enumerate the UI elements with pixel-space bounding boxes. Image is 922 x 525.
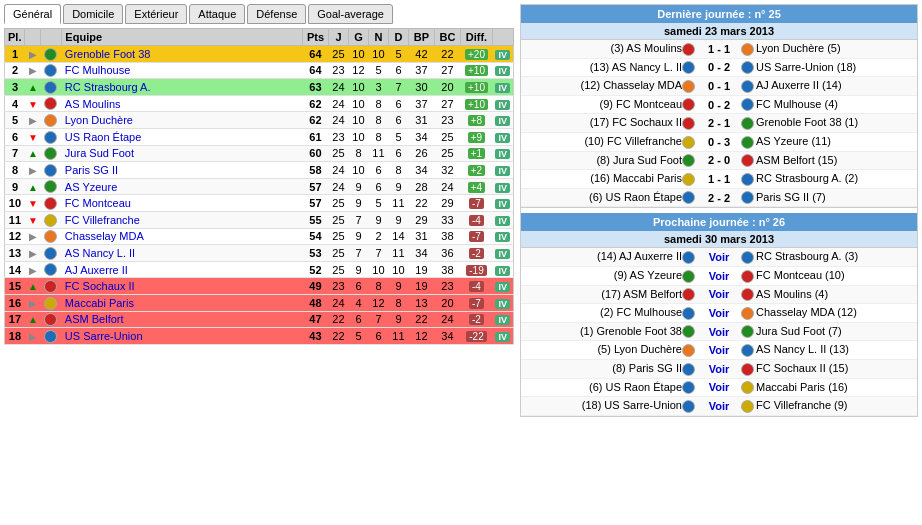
match-score: 2 - 0 <box>701 154 737 166</box>
n-cell: 11 <box>368 145 388 162</box>
badge-cell: IV <box>492 294 513 311</box>
badge-cell: IV <box>492 178 513 195</box>
bp-cell: 34 <box>408 162 434 179</box>
arrow-cell: ▲ <box>25 278 41 295</box>
pts-cell: 60 <box>302 145 328 162</box>
tab-domicile[interactable]: Domicile <box>63 4 123 24</box>
match-score: 0 - 1 <box>701 80 737 92</box>
rank-cell: 16 <box>5 294 25 311</box>
bp-cell: 31 <box>408 228 434 245</box>
team-name-cell[interactable]: Maccabi Paris <box>62 294 303 311</box>
badge-cell: IV <box>492 62 513 79</box>
match-score[interactable]: Voir <box>701 288 737 300</box>
d-cell: 6 <box>388 62 408 79</box>
match-score[interactable]: Voir <box>701 251 737 263</box>
rank-cell: 11 <box>5 211 25 228</box>
team-name-cell[interactable]: FC Montceau <box>62 195 303 212</box>
team-name-cell[interactable]: RC Strasbourg A. <box>62 79 303 96</box>
team-name-cell[interactable]: AS Nancy L. II <box>62 245 303 262</box>
bp-cell: 37 <box>408 62 434 79</box>
team-name-cell[interactable]: Lyon Duchère <box>62 112 303 129</box>
team-name-cell[interactable]: Jura Sud Foot <box>62 145 303 162</box>
badge-cell: IV <box>492 311 513 328</box>
badge-cell: IV <box>492 79 513 96</box>
rank-cell: 18 <box>5 328 25 345</box>
home-team-icon <box>682 344 695 357</box>
home-team-icon <box>682 173 695 186</box>
bp-cell: 19 <box>408 261 434 278</box>
match-score[interactable]: Voir <box>701 400 737 412</box>
g-cell: 6 <box>348 278 368 295</box>
n-cell: 8 <box>368 128 388 145</box>
table-row: 13 ▶ AS Nancy L. II 53 25 7 7 11 34 36 -… <box>5 245 514 262</box>
match-row: (16) Maccabi Paris1 - 1RC Strasbourg A. … <box>521 170 917 189</box>
g-cell: 8 <box>348 145 368 162</box>
tab-attaque[interactable]: Attaque <box>189 4 245 24</box>
bp-cell: 22 <box>408 195 434 212</box>
team-name-cell[interactable]: Grenoble Foot 38 <box>62 46 303 63</box>
arrow-cell: ▲ <box>25 311 41 328</box>
badge-cell: IV <box>492 211 513 228</box>
arrow-cell: ▼ <box>25 195 41 212</box>
j-cell: 25 <box>328 195 348 212</box>
g-cell: 10 <box>348 112 368 129</box>
rank-cell: 3 <box>5 79 25 96</box>
tabs-bar: GénéralDomicileExtérieurAttaqueDéfenseGo… <box>4 4 514 24</box>
n-cell: 8 <box>368 112 388 129</box>
bp-cell: 19 <box>408 278 434 295</box>
team-name-cell[interactable]: FC Mulhouse <box>62 62 303 79</box>
rank-cell: 1 <box>5 46 25 63</box>
match-score[interactable]: Voir <box>701 344 737 356</box>
diff-cell: +20 <box>460 46 492 63</box>
team-name-cell[interactable]: AJ Auxerre II <box>62 261 303 278</box>
team-name-cell[interactable]: US Sarre-Union <box>62 328 303 345</box>
match-score: 0 - 2 <box>701 99 737 111</box>
pts-cell: 62 <box>302 95 328 112</box>
arrow-cell: ▲ <box>25 79 41 96</box>
icon-cell <box>41 328 62 345</box>
match-row: (1) Grenoble Foot 38VoirJura Sud Foot (7… <box>521 323 917 342</box>
team-name-cell[interactable]: Chasselay MDA <box>62 228 303 245</box>
j-cell: 24 <box>328 79 348 96</box>
match-score[interactable]: Voir <box>701 307 737 319</box>
home-team-icon <box>682 117 695 130</box>
arrow-cell: ▶ <box>25 328 41 345</box>
bc-cell: 20 <box>434 294 460 311</box>
home-team-icon <box>682 400 695 413</box>
tab-dfense[interactable]: Défense <box>247 4 306 24</box>
bp-cell: 31 <box>408 112 434 129</box>
home-team-icon <box>682 325 695 338</box>
icon-cell <box>41 195 62 212</box>
rank-cell: 10 <box>5 195 25 212</box>
match-row: (17) ASM BelfortVoirAS Moulins (4) <box>521 286 917 305</box>
home-team-icon <box>682 270 695 283</box>
home-team-icon <box>682 154 695 167</box>
team-name-cell[interactable]: ASM Belfort <box>62 311 303 328</box>
bc-cell: 36 <box>434 245 460 262</box>
team-name-cell[interactable]: FC Villefranche <box>62 211 303 228</box>
team-name-cell[interactable]: US Raon Étape <box>62 128 303 145</box>
table-row: 14 ▶ AJ Auxerre II 52 25 9 10 10 19 38 -… <box>5 261 514 278</box>
match-score[interactable]: Voir <box>701 363 737 375</box>
n-cell: 7 <box>368 311 388 328</box>
table-row: 12 ▶ Chasselay MDA 54 25 9 2 14 31 38 -7… <box>5 228 514 245</box>
d-cell: 7 <box>388 79 408 96</box>
home-team: (2) FC Mulhouse <box>527 306 701 320</box>
match-score[interactable]: Voir <box>701 381 737 393</box>
tab-gnral[interactable]: Général <box>4 4 61 24</box>
match-score[interactable]: Voir <box>701 326 737 338</box>
away-team: FC Montceau (10) <box>737 269 911 283</box>
team-name-cell[interactable]: Paris SG II <box>62 162 303 179</box>
team-name-cell[interactable]: AS Moulins <box>62 95 303 112</box>
g-cell: 6 <box>348 311 368 328</box>
d-cell: 9 <box>388 211 408 228</box>
tab-extrieur[interactable]: Extérieur <box>125 4 187 24</box>
team-name-cell[interactable]: AS Yzeure <box>62 178 303 195</box>
d-cell: 10 <box>388 261 408 278</box>
home-team: (6) US Raon Étape <box>527 381 701 395</box>
team-name-cell[interactable]: FC Sochaux II <box>62 278 303 295</box>
match-score[interactable]: Voir <box>701 270 737 282</box>
icon-cell <box>41 95 62 112</box>
icon-cell <box>41 112 62 129</box>
tab-goalaverage[interactable]: Goal-average <box>308 4 393 24</box>
